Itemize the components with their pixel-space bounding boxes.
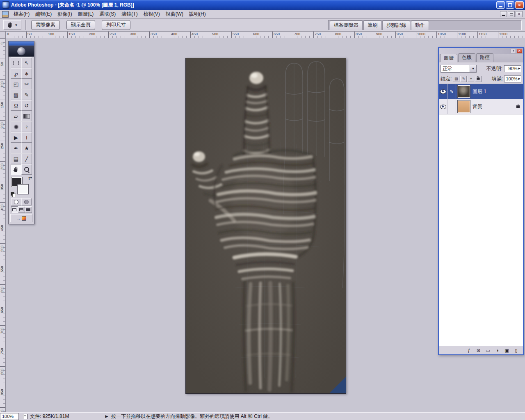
doc-close-button[interactable]: × — [516, 11, 523, 17]
v-ruler-label: 700 — [0, 325, 4, 336]
h-ruler-tick — [170, 32, 170, 38]
doc-restore-button[interactable] — [508, 11, 515, 17]
swap-colors-icon[interactable]: ⇄ — [28, 176, 32, 181]
palette-well-tab-3[interactable]: 動作 — [411, 21, 429, 30]
layers-palette-tab-2[interactable]: 路徑 — [476, 53, 493, 62]
opacity-field[interactable]: 90% ▶ — [504, 65, 521, 72]
view-button-2[interactable]: 列印尺寸 — [102, 20, 130, 30]
view-button-1[interactable]: 顯示全頁 — [66, 20, 95, 30]
brush-tool[interactable]: ✎ — [21, 89, 32, 100]
lock-transparency-toggle[interactable]: ▨ — [453, 76, 459, 82]
hand-tool[interactable] — [11, 164, 21, 175]
new-layer-set-button[interactable]: ▭ — [485, 348, 491, 353]
layers-palette-tab-0[interactable]: 圖層 — [440, 54, 457, 62]
move-tool[interactable]: ↖ — [21, 57, 32, 68]
type-tool[interactable]: T — [21, 132, 32, 143]
blend-mode-dropdown-icon[interactable]: ▼ — [470, 65, 476, 72]
menu-item-8[interactable]: 說明(H) — [186, 9, 209, 19]
lock-all-toggle[interactable] — [475, 76, 482, 82]
layer-thumbnail[interactable] — [458, 85, 470, 98]
fullscreen-with-menu-button[interactable] — [18, 206, 25, 213]
eyedropper-tool[interactable]: ╱ — [21, 153, 32, 164]
layer-row-0[interactable]: ✎圖層 1 — [439, 84, 523, 99]
layers-palette-tab-1[interactable]: 色版 — [458, 53, 475, 62]
title-bar[interactable]: Adobe Photoshop - [未命名 -1 @ 100% (圖層 1, … — [0, 0, 525, 10]
restore-button[interactable] — [506, 1, 514, 9]
palette-well-tab-2[interactable]: 步驟記錄 — [382, 21, 410, 30]
close-button[interactable]: × — [515, 1, 524, 9]
new-layer-button[interactable]: ▣ — [504, 348, 509, 353]
palette-well-tab-1[interactable]: 筆刷 — [363, 21, 381, 30]
status-bar: 100% 文件: 925K/1.81M ▶ 按一下並拖移以在想要的方向捲動影像。… — [0, 412, 525, 420]
fill-field[interactable]: 100% ▶ — [504, 75, 521, 82]
palette-well-tab-0[interactable]: 檔案瀏覽器 — [330, 21, 363, 30]
lock-controls-row: 鎖定: ▨✎+ 填滿: 100% ▶ — [439, 74, 523, 84]
menu-item-1[interactable]: 編輯(E) — [32, 9, 55, 19]
clone-stamp-tool[interactable]: Ω — [11, 100, 21, 111]
blur-tool[interactable] — [11, 121, 21, 132]
path-selection-tool[interactable]: ▶ — [11, 132, 21, 143]
adjustment-layer-button[interactable]: ◑ — [495, 348, 500, 353]
lock-position-toggle[interactable]: + — [468, 76, 474, 82]
menu-item-6[interactable]: 檢視(V) — [141, 9, 163, 19]
magic-wand-tool[interactable]: ∗ — [21, 68, 32, 79]
slice-tool[interactable]: ✂ — [21, 79, 32, 89]
notes-tool[interactable]: ▤ — [11, 153, 21, 164]
menu-item-4[interactable]: 選取(S) — [96, 9, 119, 19]
ruler-origin-corner[interactable] — [0, 32, 6, 38]
standard-screen-mode-button[interactable] — [11, 206, 18, 213]
palette-minimize-button[interactable]: ▪ — [511, 49, 516, 53]
doc-minimize-button[interactable] — [500, 11, 507, 17]
menu-item-2[interactable]: 影像(I) — [55, 9, 75, 19]
lock-image-toggle[interactable]: ✎ — [460, 76, 467, 82]
adobe-online-button[interactable] — [9, 46, 34, 57]
fill-value: 100% — [506, 76, 517, 81]
layer-row-1[interactable]: 背景 — [439, 99, 523, 114]
quick-mask-mode-button[interactable] — [21, 198, 32, 205]
minimize-icon — [499, 6, 502, 7]
layer-visibility-toggle[interactable] — [439, 84, 447, 99]
h-ruler-tick — [436, 32, 437, 38]
toolbox-drag-bar[interactable] — [9, 41, 34, 46]
layer-visibility-toggle[interactable] — [439, 99, 447, 114]
vertical-ruler[interactable]: 0501001502002503003504004505005506006507… — [0, 38, 6, 412]
gradient-tool[interactable] — [21, 111, 32, 121]
zoom-tool[interactable] — [21, 164, 32, 175]
minimize-button[interactable] — [496, 1, 505, 9]
menu-item-0[interactable]: 檔案(F) — [11, 9, 32, 19]
lasso-tool[interactable]: ℘ — [11, 68, 21, 79]
color-selector: ⇄ — [11, 176, 32, 197]
delete-layer-button[interactable]: ▯ — [514, 348, 519, 353]
fill-slider-arrow-icon[interactable]: ▶ — [518, 77, 520, 80]
eraser-tool[interactable]: ▱ — [11, 111, 21, 121]
crop-tool[interactable]: ◰ — [11, 79, 21, 89]
canvas-area[interactable] — [185, 58, 346, 394]
status-popup-arrow-icon[interactable]: ▶ — [105, 414, 108, 418]
dodge-tool[interactable]: ♀ — [21, 121, 32, 132]
canvas-image[interactable] — [186, 58, 346, 393]
custom-shape-tool[interactable]: ★ — [21, 143, 32, 153]
layer-style-button[interactable]: ƒ — [466, 348, 472, 353]
opacity-slider-arrow-icon[interactable]: ▶ — [518, 67, 520, 70]
healing-brush-tool[interactable]: ▧ — [11, 89, 21, 100]
default-colors-icon[interactable] — [11, 192, 16, 197]
background-color-swatch[interactable] — [18, 185, 28, 194]
menu-item-7[interactable]: 視窗(W) — [163, 9, 186, 19]
palette-close-button[interactable]: × — [517, 49, 522, 53]
layer-mask-button[interactable]: ⊡ — [476, 348, 481, 353]
menu-item-3[interactable]: 圖層(L) — [75, 9, 97, 19]
menu-item-5[interactable]: 濾鏡(T) — [119, 9, 140, 19]
rectangular-marquee-tool[interactable] — [11, 57, 21, 68]
h-ruler-tick — [190, 32, 191, 38]
zoom-level-field[interactable]: 100% — [0, 413, 19, 420]
horizontal-ruler[interactable]: 0501001502002503003504004505005506006507… — [6, 32, 525, 38]
jump-to-imageready-button[interactable]: → — [10, 214, 32, 222]
standard-mode-button[interactable] — [11, 198, 21, 205]
layer-thumbnail[interactable] — [458, 100, 470, 113]
history-brush-tool[interactable]: ↺ — [21, 100, 32, 111]
pen-tool[interactable]: ✒ — [11, 143, 21, 153]
view-button-0[interactable]: 實際像素 — [31, 20, 60, 30]
blend-mode-select[interactable]: 正常 ▼ — [441, 65, 477, 73]
fullscreen-mode-button[interactable] — [25, 206, 32, 213]
tool-preset-picker[interactable]: ▼ — [3, 20, 21, 30]
